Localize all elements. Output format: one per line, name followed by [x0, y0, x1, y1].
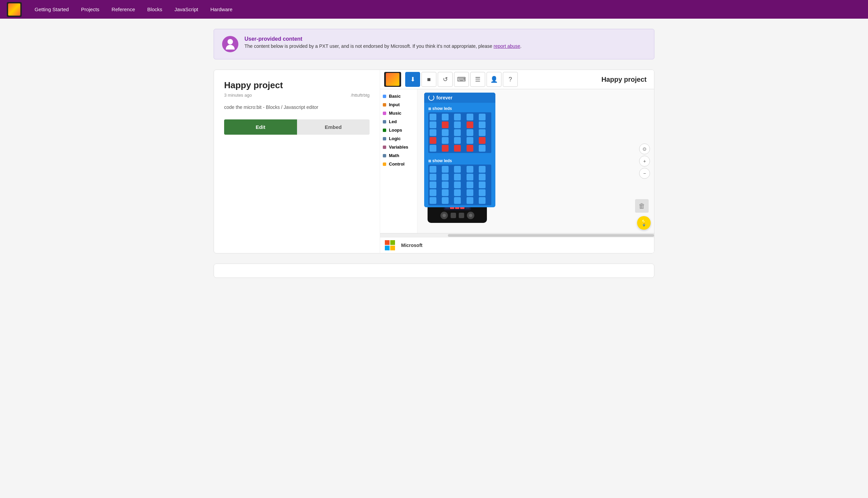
led-cell[interactable] [467, 189, 473, 196]
led-cell[interactable] [454, 114, 461, 120]
edit-button[interactable]: Edit [224, 119, 297, 135]
category-basic[interactable]: Basic [380, 92, 417, 101]
led-cell[interactable] [430, 166, 436, 173]
account-button[interactable]: 👤 [486, 72, 502, 87]
led-cell[interactable] [479, 121, 485, 128]
led-cell[interactable] [442, 145, 449, 152]
led-cell[interactable] [442, 166, 449, 173]
led-cell[interactable] [467, 137, 473, 144]
led-cell[interactable] [454, 197, 461, 204]
led-cell[interactable] [430, 197, 436, 204]
led-cell[interactable] [430, 174, 436, 181]
led-cell[interactable] [454, 174, 461, 181]
help-button[interactable]: ? [503, 72, 518, 87]
category-input[interactable]: Input [380, 101, 417, 109]
led-cell[interactable] [442, 137, 449, 144]
trash-button[interactable]: 🗑 [635, 199, 649, 213]
horizontal-scrollbar[interactable] [380, 233, 654, 237]
scrollbar-thumb[interactable] [448, 234, 654, 237]
led-cell[interactable] [454, 189, 461, 196]
led-cell[interactable] [442, 182, 449, 188]
project-time: 3 minutes ago [224, 93, 252, 98]
zoom-in-button[interactable]: + [639, 156, 650, 167]
category-led[interactable]: Led [380, 117, 417, 126]
led-cell[interactable] [442, 189, 449, 196]
led-cell[interactable] [454, 166, 461, 173]
led-cell[interactable] [442, 197, 449, 204]
microsoft-logo [385, 240, 395, 250]
stop-button[interactable]: ■ [422, 72, 436, 87]
menu-button[interactable]: ☰ [470, 72, 485, 87]
led-cell[interactable] [454, 182, 461, 188]
led-cell[interactable] [430, 121, 436, 128]
led-cell[interactable] [442, 114, 449, 120]
keyboard-button[interactable]: ⌨ [454, 72, 469, 87]
category-music[interactable]: Music [380, 109, 417, 117]
led-cell[interactable] [467, 174, 473, 181]
led-cell[interactable] [454, 129, 461, 136]
category-loops[interactable]: Loops [380, 126, 417, 134]
project-title: Happy project [224, 80, 370, 91]
led-cell[interactable] [479, 182, 485, 188]
led-cell[interactable] [467, 114, 473, 120]
forever-block[interactable]: forever ⊞ show leds [424, 93, 495, 207]
nav-getting-started[interactable]: Getting Started [28, 0, 75, 19]
center-button[interactable]: ⊙ [639, 144, 650, 154]
led-cell[interactable] [467, 129, 473, 136]
led-cell[interactable] [454, 121, 461, 128]
led-cell[interactable] [430, 182, 436, 188]
category-variables[interactable]: Variables [380, 143, 417, 151]
zoom-out-button[interactable]: − [639, 168, 650, 179]
editor-logo [384, 72, 401, 87]
led-cell[interactable] [430, 189, 436, 196]
led-cell[interactable] [479, 174, 485, 181]
show-leds-block-1[interactable]: ⊞ show leds [426, 104, 493, 155]
led-cell[interactable] [430, 137, 436, 144]
led-cell[interactable] [467, 182, 473, 188]
led-cell[interactable] [479, 145, 485, 152]
category-logic[interactable]: Logic [380, 134, 417, 143]
led-cell[interactable] [467, 197, 473, 204]
hint-button[interactable]: 💡 [637, 216, 651, 230]
led-cell[interactable] [479, 166, 485, 173]
led-grid-1 [428, 112, 491, 153]
embed-button[interactable]: Embed [297, 119, 370, 135]
category-math[interactable]: Math [380, 151, 417, 160]
led-cell[interactable] [467, 145, 473, 152]
led-cell[interactable] [479, 129, 485, 136]
led-cell[interactable] [467, 166, 473, 173]
led-cell[interactable] [442, 174, 449, 181]
report-abuse-link[interactable]: report abuse [494, 43, 520, 49]
nav-logo[interactable] [7, 2, 22, 17]
led-cell[interactable] [479, 197, 485, 204]
forever-label: forever [436, 95, 452, 101]
led-cell[interactable] [454, 137, 461, 144]
nav-javascript[interactable]: JavaScript [169, 0, 204, 19]
category-control[interactable]: Control [380, 160, 417, 168]
led-cell[interactable] [430, 129, 436, 136]
led-cell[interactable] [454, 145, 461, 152]
project-buttons: Edit Embed [224, 119, 370, 135]
show-leds-block-2[interactable]: ⊞ show leds [426, 156, 493, 207]
nav-reference[interactable]: Reference [105, 0, 141, 19]
nav-blocks[interactable]: Blocks [141, 0, 168, 19]
led-cell[interactable] [430, 114, 436, 120]
led-cell[interactable] [430, 145, 436, 152]
nav-hardware[interactable]: Hardware [204, 0, 239, 19]
banner-title: User-provided content [244, 36, 521, 42]
nav-projects[interactable]: Projects [75, 0, 105, 19]
led-cell[interactable] [442, 129, 449, 136]
user-content-banner: User-provided content The content below … [214, 29, 654, 60]
led-cell[interactable] [467, 121, 473, 128]
led-cell[interactable] [442, 121, 449, 128]
editor-canvas[interactable]: forever ⊞ show leds [417, 89, 654, 233]
show-leds-header-1: ⊞ show leds [428, 106, 491, 111]
editor-footer: Microsoft [380, 237, 654, 253]
led-cell[interactable] [479, 114, 485, 120]
main-nav: Getting Started Projects Reference Block… [0, 0, 868, 19]
download-button[interactable]: ⬇ [405, 72, 420, 87]
led-cell[interactable] [479, 189, 485, 196]
undo-button[interactable]: ↺ [438, 72, 453, 87]
microsoft-label: Microsoft [401, 243, 423, 248]
led-cell[interactable] [479, 137, 485, 144]
